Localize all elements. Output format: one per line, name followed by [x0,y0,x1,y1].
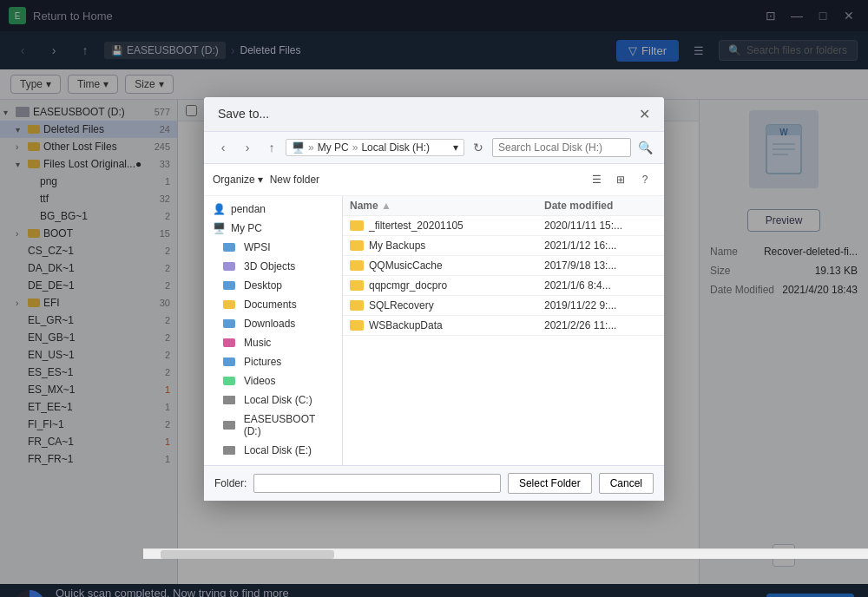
select-folder-button[interactable]: Select Folder [508,473,592,494]
dialog-title-text: Save to... [218,107,269,121]
folder-icon [350,220,364,231]
dialog-toolbar: Organize ▾ New folder ☰ ⊞ ? [204,164,664,196]
dialog-sidebar-3d[interactable]: 3D Objects [204,257,342,276]
dialog-file-row[interactable]: SQLRecovery 2019/11/22 9:... [343,296,664,316]
dialog-sidebar-easeusboot[interactable]: EASEUSBOOT (D:) [204,410,342,441]
organize-button[interactable]: Organize ▾ [213,174,263,186]
dialog-sidebar-wpsi[interactable]: WPSI [204,238,342,257]
folder-3d-icon [223,262,235,271]
dialog-nav-bar: ‹ › ↑ 🖥️ » My PC » Local Disk (H:) ▾ ↻ 🔍 [204,132,664,164]
dialog-file-row[interactable]: qqpcmgr_docpro 2021/1/6 8:4... [343,276,664,296]
dialog-file-row[interactable]: QQMusicCache 2017/9/18 13:... [343,256,664,276]
drive-d-icon [223,421,235,430]
dialog-breadcrumb[interactable]: 🖥️ » My PC » Local Disk (H:) ▾ [286,139,464,156]
dialog-sidebar-local-e[interactable]: Local Disk (E:) [204,441,342,460]
dialog-sidebar-mypc[interactable]: 🖥️ My PC [204,219,342,238]
folder-desktop-icon [223,281,235,290]
dialog-search-input[interactable] [492,138,631,157]
dialog-sidebar-videos[interactable]: Videos [204,371,342,390]
dialog-file-row[interactable]: WSBackupData 2021/2/26 11:... [343,316,664,336]
dropdown-icon[interactable]: ▾ [453,141,458,154]
folder-input[interactable] [253,474,501,493]
folder-icon [350,240,364,251]
breadcrumb-pc-icon: 🖥️ [292,141,305,154]
view-help-button[interactable]: ? [635,169,655,190]
dialog-sidebar-pendan[interactable]: 👤 pendan [204,200,342,219]
dialog-sidebar: 👤 pendan 🖥️ My PC WPSI 3D Objects [204,196,343,465]
dialog-back-button[interactable]: ‹ [213,137,233,158]
view-list-button[interactable]: ☰ [586,169,607,190]
dialog-path-row: 🖥️ » My PC » Local Disk (H:) ▾ ↻ [286,137,489,158]
view-icons: ☰ ⊞ ? [586,169,655,190]
dialog-title-bar: Save to... ✕ [204,97,664,132]
folder-videos-icon [223,377,235,385]
view-detail-button[interactable]: ⊞ [610,169,631,190]
dialog-search-button[interactable]: 🔍 [635,137,655,158]
dropdown-icon: ▾ [258,174,263,186]
dialog-up-button[interactable]: ↑ [261,137,282,158]
folder-music-icon [223,338,235,347]
folder-blue-icon [223,243,235,252]
folder-icon [350,320,364,331]
folder-icon [350,260,364,271]
folder-docs-icon [223,300,235,309]
folder-downloads-icon [223,319,235,328]
dialog-sidebar-local-c[interactable]: Local Disk (C:) [204,390,342,410]
dialog-file-row[interactable]: My Backups 2021/1/12 16:... [343,236,664,256]
folder-pictures-icon [223,358,235,366]
new-folder-button[interactable]: New folder [270,174,319,186]
user-icon: 👤 [213,203,226,215]
folder-icon [350,300,364,311]
dialog-content: 👤 pendan 🖥️ My PC WPSI 3D Objects [204,196,664,465]
dialog-overlay: Save to... ✕ ‹ › ↑ 🖥️ » My PC » Local Di… [0,0,868,597]
folder-label: Folder: [214,477,247,489]
dialog-sidebar-pictures[interactable]: Pictures [204,352,342,371]
save-dialog: Save to... ✕ ‹ › ↑ 🖥️ » My PC » Local Di… [204,97,664,501]
dialog-sidebar-documents[interactable]: Documents [204,295,342,314]
folder-icon [350,280,364,291]
dialog-footer: Folder: Select Folder Cancel [204,465,664,501]
dialog-sidebar-downloads[interactable]: Downloads [204,314,342,333]
dialog-files: Name ▲ Date modified _filtertest_2020110… [343,196,664,465]
dialog-files-header: Name ▲ Date modified [343,196,664,216]
dialog-forward-button[interactable]: › [237,137,258,158]
dialog-close-button[interactable]: ✕ [639,106,650,122]
dialog-sidebar-local-g[interactable]: Local Disk (G:) [204,460,342,465]
cancel-button[interactable]: Cancel [599,473,654,494]
dialog-file-row[interactable]: _filtertest_20201105 2020/11/11 15:... [343,216,664,236]
drive-e-icon [223,446,235,455]
dialog-sidebar-desktop[interactable]: Desktop [204,276,342,295]
dialog-refresh-button[interactable]: ↻ [468,137,489,158]
dialog-sidebar-music[interactable]: Music [204,333,342,352]
pc-icon: 🖥️ [213,222,226,234]
drive-c-icon [223,396,235,404]
